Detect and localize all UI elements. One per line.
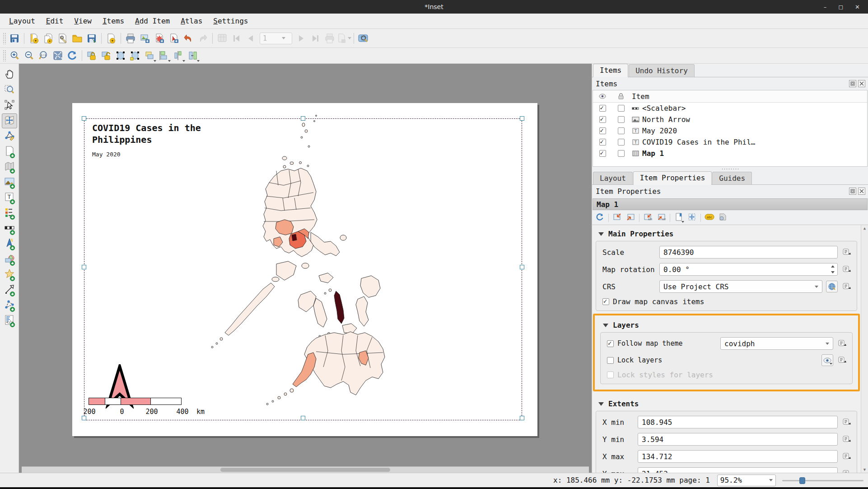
item-row-map-1[interactable]: Map 1 [593, 148, 867, 159]
scroll-up-icon[interactable]: ▲ [863, 226, 866, 230]
visibility-checkbox[interactable] [599, 127, 606, 134]
atlas-page-input[interactable] [260, 34, 282, 42]
select-crs-button[interactable] [826, 281, 838, 292]
lock-layers-checkbox[interactable] [607, 357, 614, 364]
scale-override-button[interactable] [841, 247, 852, 258]
print-atlas-button[interactable] [322, 31, 337, 46]
add-north-arrow-button[interactable]: N [2, 236, 17, 251]
raise-items-button[interactable] [142, 48, 157, 63]
scroll-down-icon[interactable]: ▼ [863, 467, 866, 472]
lock-checkbox[interactable] [618, 116, 625, 123]
map-title-label[interactable]: COVID19 Cases in the Philippines [92, 122, 219, 146]
distribute-items-button[interactable] [171, 48, 186, 63]
refresh-view-button[interactable] [594, 212, 606, 224]
scalebar-item[interactable]: 200 0 200 400 km [89, 398, 224, 417]
map-subtitle-label[interactable]: May 2020 [92, 151, 121, 158]
close-button[interactable]: ✕ [855, 4, 860, 10]
layers-section-header[interactable]: Layers [597, 316, 856, 332]
edit-nodes-tool-button[interactable] [2, 129, 17, 144]
zoom-out-button[interactable] [22, 48, 36, 63]
preview-atlas-button[interactable] [356, 31, 371, 46]
add-arrow-button[interactable] [2, 282, 17, 297]
new-layout-button[interactable] [27, 31, 41, 46]
visibility-checkbox[interactable] [599, 139, 606, 146]
load-template-button[interactable] [70, 31, 84, 46]
panel-splitter[interactable] [592, 167, 868, 171]
group-items-button[interactable] [113, 48, 128, 63]
y-max-override-button[interactable] [841, 468, 852, 473]
atlas-page-spinner[interactable] [260, 33, 292, 44]
export-svg-button[interactable] [152, 31, 167, 46]
map-theme-combobox[interactable]: covidph [720, 337, 833, 350]
toolbar-grip[interactable] [3, 33, 6, 44]
spinbox-arrows[interactable] [830, 264, 836, 274]
item-row-covid-title[interactable]: TCOVID19 Cases in the Phil… [593, 136, 867, 148]
menu-edit[interactable]: Edit [42, 15, 68, 27]
lock-layers-override-button[interactable] [837, 355, 848, 366]
x-min-input[interactable]: 108.945 [638, 416, 838, 428]
menu-view[interactable]: View [70, 15, 96, 27]
bookmark-extent-button[interactable] [673, 212, 685, 224]
clipping-settings-button[interactable] [717, 212, 728, 224]
zoom-full-button[interactable] [51, 48, 65, 63]
add-picture-button[interactable] [2, 175, 17, 190]
draw-canvas-items-checkbox[interactable] [602, 298, 609, 305]
visibility-presets-button[interactable] [821, 354, 833, 366]
visibility-checkbox[interactable] [599, 116, 606, 123]
zoom-slider-handle[interactable] [799, 477, 805, 484]
add-legend-button[interactable] [2, 206, 17, 221]
add-scalebar-button[interactable] [2, 221, 17, 236]
undo-button[interactable] [181, 31, 196, 46]
layout-manager-button[interactable] [56, 31, 70, 46]
scale-input[interactable]: 8746390 [659, 246, 838, 259]
menu-items[interactable]: Items [98, 15, 129, 27]
x-max-override-button[interactable] [841, 451, 852, 462]
y-min-input[interactable]: 3.594 [638, 433, 838, 446]
map-rotation-spinbox[interactable]: 0.00 ° [659, 263, 838, 276]
next-feature-button[interactable] [294, 31, 308, 46]
item-row-may-2020[interactable]: TMay 2020 [593, 125, 867, 136]
x-max-input[interactable]: 134.712 [638, 450, 838, 463]
add-shape-button[interactable] [2, 252, 17, 267]
main-properties-section-header[interactable]: Main Properties [592, 225, 861, 241]
tab-undo-history[interactable]: Undo History [629, 64, 695, 77]
first-feature-button[interactable] [229, 31, 244, 46]
add-html-button[interactable]: </> [2, 313, 17, 328]
zoom-in-button[interactable] [7, 48, 22, 63]
menu-layout[interactable]: Layout [5, 15, 40, 27]
item-row-north-arrow[interactable]: North Arrow [593, 114, 867, 125]
resize-items-button[interactable] [186, 48, 200, 63]
add-node-item-button[interactable] [2, 298, 17, 313]
duplicate-layout-button[interactable] [41, 31, 56, 46]
lock-styles-checkbox[interactable] [607, 371, 614, 378]
float-panel-button[interactable] [849, 188, 856, 195]
layout-page[interactable]: COVID19 Cases in the Philippines May 202… [72, 103, 537, 436]
y-min-override-button[interactable] [841, 434, 852, 445]
last-feature-button[interactable] [308, 31, 322, 46]
export-image-button[interactable] [138, 31, 152, 46]
set-canvas-scale-button[interactable]: 123 [655, 212, 667, 224]
save-project-button[interactable] [7, 31, 22, 46]
crs-override-button[interactable] [841, 281, 852, 292]
redo-button[interactable] [196, 31, 210, 46]
export-pdf-button[interactable] [167, 31, 181, 46]
zoom-actual-button[interactable]: 1:1 [36, 48, 51, 63]
extents-section-header[interactable]: Extents [592, 395, 861, 411]
canvas-horizontal-scrollbar[interactable] [22, 466, 589, 473]
view-extent-in-canvas-button[interactable] [625, 212, 636, 224]
atlas-settings-button[interactable] [215, 31, 229, 46]
new-page-button[interactable] [104, 31, 118, 46]
x-min-override-button[interactable] [841, 417, 852, 428]
toolbar-grip2[interactable] [3, 50, 6, 61]
tab-guides[interactable]: Guides [712, 172, 752, 184]
theme-override-button[interactable] [837, 338, 848, 349]
labeling-settings-button[interactable]: abc [704, 212, 715, 224]
zoom-level-combobox[interactable]: 95.2% [717, 475, 776, 486]
zoom-tool-button[interactable] [2, 83, 17, 98]
menu-atlas[interactable]: Atlas [176, 15, 207, 27]
close-panel-button[interactable] [858, 188, 865, 195]
float-panel-button[interactable] [849, 80, 856, 87]
lock-checkbox[interactable] [618, 150, 625, 157]
zoom-slider[interactable] [782, 475, 863, 486]
crs-combobox[interactable]: Use Project CRS [659, 280, 822, 293]
